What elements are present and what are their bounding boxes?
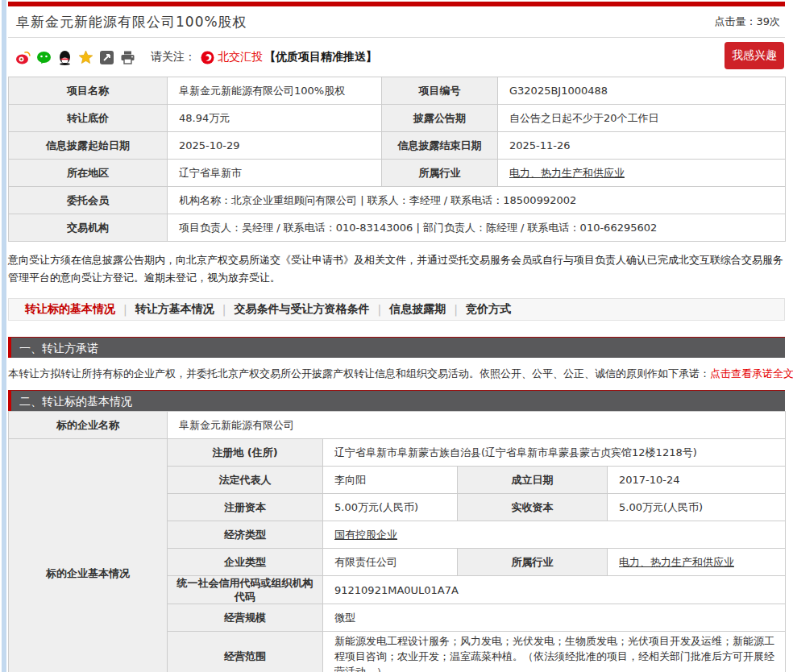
field-label: 信息披露结束日期 [382,132,498,160]
copy-link-icon[interactable] [99,50,114,65]
wechat-share-icon[interactable] [36,50,52,65]
promise-paragraph: 本转让方拟转让所持有标的企业产权，并委托北京产权交易所公开披露产权转让信息和组织… [8,365,785,382]
target-enterprise-table: 标的企业名称 阜新金元新能源有限公司 标的企业基本情况 注册地 (住所) 辽宁省… [8,411,786,672]
field-value: 李向阳 [323,467,458,494]
follow-prompt-label: 请关注： [151,50,196,64]
field-value: 机构名称：北京企业重组顾问有限公司 | 联系人：李经理 / 联系电话：18500… [168,187,786,214]
industry-link: 电力、热力生产和供应业 [608,549,786,576]
tab-disclosure-period[interactable]: 信息披露期 [381,302,454,317]
field-value: 91210921MA0UL01A7A [323,576,786,604]
view-full-promise-link[interactable]: 点击查看承诺全文 [710,367,793,380]
field-value: 2017-10-24 [608,467,786,494]
field-value: 有限责任公司 [323,549,458,576]
field-value: 项目负责人：吴经理 / 联系电话：010-83143006 | 部门负责人：陈经… [168,214,786,242]
field-value: 新能源发电工程设计服务；风力发电；光伏发电；生物质发电；光伏项目开发及运维；新能… [323,632,786,672]
field-value: 2025-10-29 [168,132,382,160]
table-row: 转让底价 48.94万元 披露公告期 自公告之日起不少于20个工作日 [9,105,786,132]
tab-bidding-method[interactable]: 竞价方式 [458,302,519,317]
field-value: 阜新金元新能源有限公司 [168,412,786,439]
view-count-value: 39次 [756,15,780,27]
field-value: 微型 [323,604,786,632]
field-label: 实收资本 [458,494,608,521]
title-bar: 阜新金元新能源有限公司100%股权 点击量：39次 [8,6,785,38]
field-value: G32025BJ1000488 [498,77,786,105]
field-value: 自公告之日起不少于20个工作日 [498,105,786,132]
weibo-share-icon[interactable] [15,50,31,65]
brand-tagline: 【优质项目精准推送】 [264,50,377,64]
project-info-table: 项目名称 阜新金元新能源有限公司100%股权 项目编号 G32025BJ1000… [8,77,786,242]
field-label: 统一社会信用代码或组织机构代码 [168,576,323,604]
table-row: 信息披露起始日期 2025-10-29 信息披露结束日期 2025-11-26 [9,132,786,160]
tab-trade-conditions[interactable]: 交易条件与受让方资格条件 [226,302,377,317]
industry-link-text[interactable]: 电力、热力生产和供应业 [509,167,625,179]
group-label-enterprise-basic-info: 标的企业基本情况 [9,439,168,672]
field-label: 所在地区 [9,160,168,187]
field-label: 项目名称 [9,77,168,105]
registration-notice: 意向受让方须在信息披露公告期内，向北京产权交易所递交《受让申请书》及相关文件，并… [8,251,785,287]
industry-link: 电力、热力生产和供应业 [498,160,786,187]
table-row: 项目名称 阜新金元新能源有限公司100%股权 项目编号 G32025BJ1000… [9,77,786,105]
page-left-margin-strip [2,0,6,672]
field-value: 辽宁省阜新市 [168,160,382,187]
qq-share-icon[interactable] [57,50,73,65]
bjhv-brand-link[interactable]: 北交汇投 [218,50,263,64]
industry-link-text[interactable]: 电力、热力生产和供应业 [619,556,734,568]
field-label: 注册地 (住所) [168,439,323,467]
section-header-target-basic-info: 二、转让标的基本情况 [8,390,785,411]
page-title: 阜新金元新能源有限公司100%股权 [16,13,247,31]
print-icon[interactable] [120,50,135,65]
table-row: 所在地区 辽宁省阜新市 所属行业 电力、热力生产和供应业 [9,160,786,187]
field-label: 注册资本 [168,494,323,521]
tab-target-basic-info[interactable]: 转让标的基本情况 [17,302,123,317]
economic-type-link-text[interactable]: 国有控股企业 [334,529,397,541]
view-count: 点击量：39次 [714,15,780,29]
field-label: 交易机构 [9,214,168,242]
field-label: 所属行业 [458,549,608,576]
field-label: 转让底价 [9,105,168,132]
field-value: 5.00万元(人民币) [323,494,458,521]
field-label: 所属行业 [382,160,498,187]
field-label: 成立日期 [458,467,608,494]
field-value: 辽宁省阜新市阜新蒙古族自治县(辽宁省阜新市阜蒙县蒙古贞宾馆12楼1218号) [323,439,786,467]
table-row: 标的企业名称 阜新金元新能源有限公司 [9,412,786,439]
field-value: 48.94万元 [168,105,382,132]
content-area: 阜新金元新能源有限公司100%股权 点击量：39次 请关注： 北交汇投 【优质项… [8,2,785,672]
field-value: 5.00万元(人民币) [608,494,786,521]
table-row: 标的企业基本情况 注册地 (住所) 辽宁省阜新市阜新蒙古族自治县(辽宁省阜新市阜… [9,439,786,467]
field-label: 经营范围 [168,632,323,672]
field-label: 披露公告期 [382,105,498,132]
section-tabs: 转让标的基本情况 | 转让方基本情况 | 交易条件与受让方资格条件 | 信息披露… [8,298,785,321]
field-label: 标的企业名称 [9,412,168,439]
field-label: 经营规模 [168,604,323,632]
interested-button[interactable]: 我感兴趣 [724,42,784,69]
view-count-label: 点击量： [714,15,756,27]
share-toolbar: 请关注： 北交汇投 【优质项目精准推送】 我感兴趣 [8,38,785,77]
field-label: 经济类型 [168,521,323,549]
table-row: 委托会员 机构名称：北京企业重组顾问有限公司 | 联系人：李经理 / 联系电话：… [9,187,786,214]
field-label: 信息披露起始日期 [9,132,168,160]
promise-text: 本转让方拟转让所持有标的企业产权，并委托北京产权交易所公开披露产权转让信息和组织… [8,367,710,380]
page-root: 阜新金元新能源有限公司100%股权 点击量：39次 请关注： 北交汇投 【优质项… [0,0,793,672]
tab-transferor-basic-info[interactable]: 转让方基本情况 [127,302,222,317]
field-label: 项目编号 [382,77,498,105]
field-value: 2025-11-26 [498,132,786,160]
bjhv-logo-icon[interactable] [201,51,214,64]
economic-type-link: 国有控股企业 [323,521,786,549]
field-label: 企业类型 [168,549,323,576]
favorite-star-icon[interactable] [78,50,93,65]
table-row: 交易机构 项目负责人：吴经理 / 联系电话：010-83143006 | 部门负… [9,214,786,242]
field-label: 委托会员 [9,187,168,214]
field-value: 阜新金元新能源有限公司100%股权 [168,77,382,105]
field-label: 法定代表人 [168,467,323,494]
section-header-transferor-promise: 一、转让方承诺 [8,337,785,358]
